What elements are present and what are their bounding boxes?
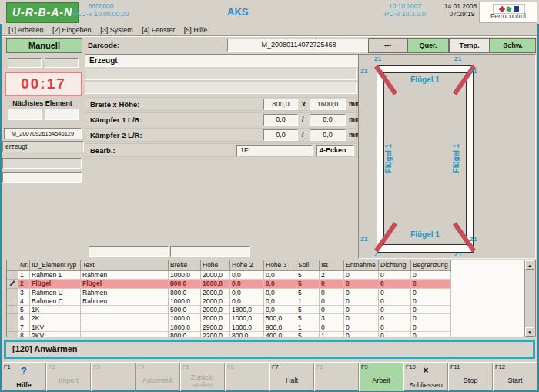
table-cell[interactable]: 3 — [18, 289, 30, 297]
table-cell[interactable]: Rahmen C — [30, 297, 81, 306]
table-cell[interactable]: Rahmen — [81, 271, 169, 280]
table-cell[interactable]: Flügel — [30, 280, 81, 288]
menu-fenster[interactable]: [4] Fenster — [142, 25, 175, 35]
table-cell[interactable]: 0 — [411, 280, 451, 288]
menu-arbeiten[interactable]: [1] Arbeiten — [8, 25, 44, 35]
table-cell[interactable]: 1000,0 — [169, 271, 201, 280]
table-cell[interactable]: 0,0 — [264, 271, 296, 280]
table-cell[interactable]: 2000,0 — [201, 289, 230, 297]
hoehe-value[interactable]: 1600,0 — [310, 99, 346, 110]
table-cell[interactable]: Rahmen — [81, 289, 169, 297]
table-cell[interactable]: 2000,0 — [201, 271, 230, 280]
table-cell[interactable]: 0 — [344, 289, 379, 297]
table-cell[interactable]: 500,0 — [169, 306, 201, 314]
table-cell[interactable]: 0 — [411, 314, 451, 323]
table-cell[interactable] — [81, 314, 169, 323]
table-row[interactable]: 51K500,02000,01800,00,050000 — [7, 306, 535, 314]
table-cell[interactable]: 0 — [379, 289, 411, 297]
table-cell[interactable]: 2000,0 — [201, 306, 230, 314]
table-cell[interactable]: 800,0 — [230, 332, 264, 337]
table-cell[interactable]: 0 — [379, 280, 411, 288]
previous-barcode-field[interactable]: M_20070926154546129 — [4, 128, 82, 139]
table-cell[interactable] — [81, 323, 169, 332]
table-cell[interactable]: 1 — [320, 332, 344, 337]
table-cell[interactable] — [81, 332, 169, 337]
kaempfer-1-left-value[interactable]: 0,0 — [263, 114, 298, 126]
table-cell[interactable]: 500,0 — [264, 314, 296, 323]
table-cell[interactable]: 5 — [18, 306, 30, 314]
table-cell[interactable]: 0 — [320, 297, 344, 306]
table-scrollbar[interactable]: ▲ ▼ — [524, 260, 535, 337]
table-cell[interactable]: Flügel — [81, 280, 169, 288]
row-selector[interactable] — [7, 306, 18, 314]
table-cell[interactable]: 0 — [344, 271, 379, 280]
table-cell[interactable]: 0,0 — [230, 289, 264, 297]
table-cell[interactable]: 2000,0 — [201, 297, 230, 306]
table-cell[interactable]: 0,0 — [230, 297, 264, 306]
kaempfer-1-right-value[interactable]: 0,0 — [310, 114, 346, 126]
row-selector[interactable] — [7, 297, 18, 306]
table-cell[interactable]: 0 — [379, 332, 411, 337]
table-cell[interactable]: 0 — [411, 306, 451, 314]
table-cell[interactable]: 0 — [344, 332, 379, 337]
table-cell[interactable]: 1000,0 — [169, 297, 201, 306]
table-cell[interactable]: 1800,0 — [230, 306, 264, 314]
table-cell[interactable]: 3 — [320, 314, 344, 323]
table-cell[interactable]: 2000,0 — [201, 314, 230, 323]
table-cell[interactable]: 0 — [379, 314, 411, 323]
kaempfer-2-right-value[interactable]: 0,0 — [310, 129, 346, 141]
table-cell[interactable]: 1600,0 — [201, 280, 230, 288]
table-cell[interactable]: 0,0 — [264, 306, 296, 314]
table-row[interactable]: 1Rahmen 1Rahmen1000,02000,00,00,052000 — [7, 271, 535, 280]
schw-button[interactable]: Schw. — [490, 38, 536, 53]
table-cell[interactable]: 5 — [296, 314, 320, 323]
table-cell[interactable]: 1000,0 — [230, 314, 264, 323]
table-cell[interactable]: 0,0 — [264, 289, 296, 297]
fkey-f12-start[interactable]: F12Start — [493, 363, 537, 391]
table-cell[interactable]: 4 — [18, 297, 30, 306]
table-cell[interactable]: 2 — [18, 280, 30, 288]
table-cell[interactable]: 0,0 — [230, 271, 264, 280]
table-cell[interactable]: 5 — [296, 280, 320, 288]
table-cell[interactable]: 0,0 — [264, 280, 296, 288]
table-cell[interactable]: 1 — [296, 323, 320, 332]
table-cell[interactable]: 2200,0 — [201, 332, 230, 337]
row-selector[interactable] — [7, 314, 18, 323]
menu-system[interactable]: [3] System — [100, 25, 133, 35]
table-row[interactable]: 82KV800,02200,0800,0400,051000 — [7, 332, 535, 337]
table-cell[interactable]: 0 — [344, 280, 379, 288]
fkey-f11-stop[interactable]: F11Stop — [448, 363, 493, 391]
table-cell[interactable]: 1KV — [30, 323, 81, 332]
table-cell[interactable] — [81, 306, 169, 314]
table-cell[interactable]: 1 — [18, 271, 30, 280]
table-cell[interactable]: Rahmen — [81, 297, 169, 306]
table-cell[interactable]: 800,0 — [169, 332, 201, 337]
table-cell[interactable]: 1 — [296, 297, 320, 306]
table-cell[interactable]: 400,0 — [264, 332, 296, 337]
table-cell[interactable]: 0 — [411, 271, 451, 280]
table-cell[interactable]: Rahmen 1 — [30, 271, 81, 280]
menu-hilfe[interactable]: [5] Hilfe — [184, 25, 208, 35]
mode-button[interactable]: Manuell — [6, 38, 82, 53]
table-cell[interactable]: 2 — [320, 271, 344, 280]
fkey-f9-arbeit[interactable]: F9Arbeit — [359, 363, 403, 391]
table-cell[interactable]: 1800,0 — [230, 323, 264, 332]
table-cell[interactable]: 0 — [320, 289, 344, 297]
table-cell[interactable]: 0,0 — [264, 297, 296, 306]
table-cell[interactable]: 0 — [379, 271, 411, 280]
temp-button[interactable]: Temp. — [449, 38, 490, 53]
table-cell[interactable]: 5 — [296, 332, 320, 337]
dash-button[interactable]: --- — [368, 38, 407, 53]
barcode-field[interactable]: M_20080114072725468 — [227, 39, 370, 52]
table-cell[interactable]: 0 — [411, 332, 451, 337]
table-cell[interactable]: 0,0 — [230, 280, 264, 288]
table-cell[interactable]: Rahmen U — [30, 289, 81, 297]
table-cell[interactable]: 0 — [411, 323, 451, 332]
table-cell[interactable]: 0 — [344, 297, 379, 306]
row-selector[interactable] — [7, 271, 18, 280]
table-cell[interactable]: 1K — [30, 306, 81, 314]
kaempfer-2-left-value[interactable]: 0,0 — [263, 129, 298, 141]
quer-button[interactable]: Quer. — [407, 38, 449, 53]
table-row[interactable]: 2FlügelFlügel800,01600,00,00,050000 — [7, 280, 535, 288]
table-cell[interactable]: 800,0 — [169, 280, 201, 288]
